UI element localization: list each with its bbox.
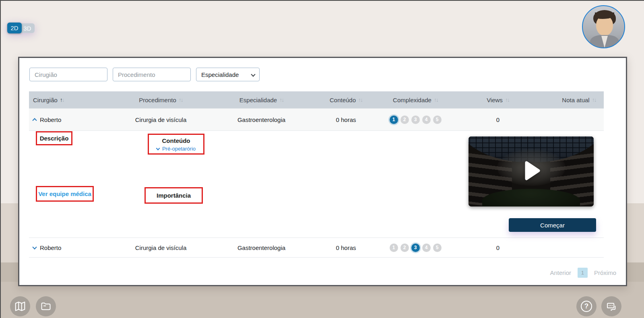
column-header-label: Especialidade <box>239 97 277 103</box>
main-panel: Especialidade Cirurgião ↑↓ Procedimento … <box>18 57 627 286</box>
chat-icon <box>605 300 617 312</box>
specialty-select[interactable]: Especialidade <box>196 68 260 81</box>
video-thumbnail[interactable] <box>469 136 594 206</box>
views-count: 0 <box>442 244 554 251</box>
complexity-dot-3: 3 <box>411 244 420 252</box>
team-highlight-box: Ver equipe médica <box>36 186 94 202</box>
sort-icon[interactable]: ↑↓ <box>505 97 509 103</box>
window-edge-top <box>0 0 644 1</box>
column-header-nota-atual[interactable]: Nota atual ↑↓ <box>554 97 604 103</box>
column-header-cirurgiao[interactable]: Cirurgião ↑↓ <box>29 97 101 103</box>
map-icon <box>14 300 26 312</box>
content-label: Conteúdo <box>162 137 190 144</box>
complexity-dot-5: 5 <box>433 244 442 252</box>
importance-highlight-box: Importância <box>144 187 203 204</box>
next-page-link[interactable]: Próximo <box>594 269 616 276</box>
procedure-name: Cirurgia de visícula <box>101 244 220 251</box>
previous-page-link[interactable]: Anterior <box>550 269 571 276</box>
specialty-select-wrap: Especialidade <box>196 68 260 81</box>
surgeon-name: Roberto <box>40 244 61 251</box>
table-header-row: Cirurgião ↑↓ Procedimento ↑↓ Especialida… <box>29 91 604 108</box>
procedures-table: Cirurgião ↑↓ Procedimento ↑↓ Especialida… <box>29 91 604 258</box>
complexity-dot-2: 2 <box>400 116 409 124</box>
column-header-procedimento[interactable]: Procedimento ↑↓ <box>101 97 220 103</box>
content-hours: 0 horas <box>303 116 389 123</box>
complexity-dot-5: 5 <box>433 116 442 124</box>
help-icon: ? <box>581 301 592 312</box>
start-button[interactable]: Começar <box>509 218 596 232</box>
sort-icon[interactable]: ↑↓ <box>434 97 438 103</box>
complexity-dot-3: 3 <box>411 116 420 124</box>
chevron-down-icon[interactable] <box>32 245 37 249</box>
files-button[interactable] <box>36 296 56 316</box>
content-item-label: Pré-opetarório <box>162 146 196 152</box>
content-hours: 0 horas <box>303 244 389 251</box>
column-header-complexidade[interactable]: Complexidade ↑↓ <box>389 97 442 103</box>
complexity-dot-4: 4 <box>422 244 431 252</box>
column-header-especialidade[interactable]: Especialidade ↑↓ <box>220 97 303 103</box>
description-label: Descrição <box>40 135 69 142</box>
map-button[interactable] <box>10 296 30 316</box>
sort-icon[interactable]: ↑↓ <box>279 97 283 103</box>
chevron-down-icon <box>156 147 160 151</box>
importance-label: Importância <box>157 192 191 199</box>
complexity-dot-1: 1 <box>390 116 398 124</box>
column-header-label: Views <box>487 97 503 103</box>
column-header-label: Cirurgião <box>33 97 58 103</box>
filter-bar: Especialidade <box>29 68 260 81</box>
table-row[interactable]: Roberto Cirurgia de visícula Gastroenter… <box>29 237 604 258</box>
table-row[interactable]: Roberto Cirurgia de visícula Gastroenter… <box>29 108 604 131</box>
column-header-label: Procedimento <box>139 97 176 103</box>
surgeon-filter-input[interactable] <box>29 68 107 81</box>
procedure-filter-input[interactable] <box>113 68 191 81</box>
complexity-rating: 12345 <box>389 116 442 124</box>
description-highlight-box: Descrição <box>36 131 72 145</box>
window-edge-left <box>0 0 1 318</box>
view-mode-toggle: 2D 3D <box>7 23 35 33</box>
expanded-row-detail: Descrição Conteúdo Pré-opetarório Ver eq… <box>29 131 604 237</box>
toggle-3d-button[interactable]: 3D <box>20 23 35 33</box>
current-page-number[interactable]: 1 <box>578 268 588 278</box>
column-header-conteudo[interactable]: Conteúdo ↑↓ <box>303 97 389 103</box>
complexity-dot-4: 4 <box>422 116 431 124</box>
sort-icon[interactable]: ↑↓ <box>358 97 362 103</box>
column-header-label: Nota atual <box>562 97 589 103</box>
sort-icon[interactable]: ↑↓ <box>179 97 183 103</box>
sort-icon[interactable]: ↑↓ <box>592 97 596 103</box>
specialty-name: Gastroenterologia <box>220 244 303 251</box>
content-highlight-box: Conteúdo Pré-opetarório <box>148 134 204 155</box>
chevron-up-icon[interactable] <box>32 118 37 122</box>
view-medical-team-link[interactable]: Ver equipe médica <box>38 190 91 197</box>
folder-icon <box>40 301 52 312</box>
column-header-views[interactable]: Views ↑↓ <box>442 97 554 103</box>
pagination: Anterior 1 Próximo <box>550 268 616 278</box>
user-avatar[interactable] <box>582 5 625 48</box>
views-count: 0 <box>442 116 554 123</box>
surgeon-name: Roberto <box>40 116 61 123</box>
complexity-dot-2: 2 <box>400 244 409 252</box>
complexity-dot-1: 1 <box>390 244 398 252</box>
complexity-rating: 12345 <box>389 244 442 252</box>
toggle-2d-button[interactable]: 2D <box>7 23 22 33</box>
content-item-preoperative[interactable]: Pré-opetarório <box>157 146 196 152</box>
specialty-name: Gastroenterologia <box>220 116 303 123</box>
column-header-label: Conteúdo <box>330 97 356 103</box>
procedure-name: Cirurgia de visícula <box>101 116 220 123</box>
column-header-label: Complexidade <box>393 97 431 103</box>
sort-icon[interactable]: ↑↓ <box>60 97 64 103</box>
play-icon[interactable] <box>518 158 544 185</box>
chat-button[interactable] <box>601 296 621 316</box>
help-button[interactable]: ? <box>576 296 597 316</box>
